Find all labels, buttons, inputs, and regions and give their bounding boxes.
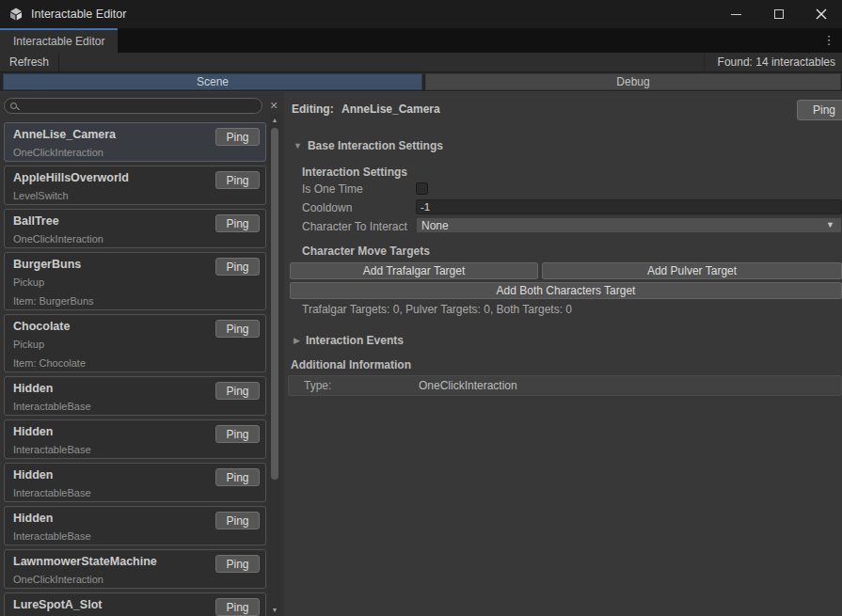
- item-type: InteractableBase: [13, 487, 209, 499]
- item-name: AppleHillsOverworld: [13, 171, 209, 185]
- list-item[interactable]: AnneLise_Camera OneClickInteraction Ping: [4, 122, 266, 162]
- targets-summary: Trafalgar Targets: 0, Pulver Targets: 0,…: [302, 303, 572, 316]
- type-value: OneClickInteraction: [419, 379, 517, 392]
- additional-information-header: Additional Information: [291, 358, 411, 371]
- item-type: InteractableBase: [13, 530, 209, 543]
- item-ping-button[interactable]: Ping: [215, 512, 260, 529]
- scroll-down-icon[interactable]: ▼: [268, 605, 281, 616]
- list-item[interactable]: AppleHillsOverworld LevelSwitch Ping: [4, 166, 266, 205]
- item-name: Chocolate: [13, 320, 209, 334]
- type-label: Type:: [304, 379, 331, 392]
- add-both-label: Add Both Characters Target: [497, 284, 636, 297]
- list-item[interactable]: Chocolate Pickup Item: Chocolate Ping: [4, 314, 266, 372]
- item-name: AnneLise_Camera: [13, 128, 209, 142]
- cooldown-label: Cooldown: [302, 201, 352, 214]
- doc-tab-label: Interactable Editor: [13, 35, 104, 48]
- foldout-interaction-events[interactable]: ▶ Interaction Events: [294, 334, 404, 347]
- search-field[interactable]: [4, 98, 262, 114]
- item-ping-button[interactable]: Ping: [215, 128, 260, 146]
- item-name: LawnmowerStateMachine: [13, 555, 209, 569]
- scroll-up-icon[interactable]: ▲: [268, 115, 281, 126]
- item-ping-button[interactable]: Ping: [215, 598, 260, 616]
- overflow-menu-icon[interactable]: ⋮: [821, 32, 836, 49]
- list-scrollbar[interactable]: ▲ ▼: [268, 115, 281, 616]
- item-ping-button[interactable]: Ping: [215, 171, 260, 189]
- foldout-base-interaction-settings[interactable]: ▼ Base Interaction Settings: [294, 139, 443, 152]
- item-type: OneClickInteraction: [13, 574, 209, 586]
- search-input[interactable]: [23, 101, 262, 112]
- list-item[interactable]: BurgerBuns Pickup Item: BurgerBuns Ping: [4, 252, 266, 310]
- list-item[interactable]: LawnmowerStateMachine OneClickInteractio…: [4, 549, 266, 589]
- add-both-characters-target-button[interactable]: Add Both Characters Target: [290, 282, 842, 299]
- chevron-down-icon: ▼: [826, 220, 834, 229]
- item-ping-button[interactable]: Ping: [215, 555, 260, 573]
- search-clear-button[interactable]: ✕: [266, 98, 281, 113]
- tab-interactable-editor[interactable]: Interactable Editor: [0, 28, 118, 53]
- list-item[interactable]: LureSpotA_Slot Ping: [4, 592, 266, 616]
- item-name: LureSpotA_Slot: [13, 598, 209, 612]
- add-pulver-label: Add Pulver Target: [647, 264, 737, 277]
- window-title: Interactable Editor: [31, 8, 126, 21]
- editing-value: AnneLise_Camera: [342, 103, 440, 116]
- scene-list-panel: ✕ AnneLise_Camera OneClickInteraction Pi…: [0, 92, 284, 616]
- cooldown-input[interactable]: [416, 199, 842, 214]
- refresh-label: Refresh: [9, 55, 49, 69]
- interactable-list: AnneLise_Camera OneClickInteraction Ping…: [4, 122, 266, 616]
- close-button[interactable]: [800, 0, 842, 28]
- item-type: LevelSwitch: [13, 190, 209, 202]
- tab-debug-label: Debug: [616, 75, 649, 88]
- editing-label: Editing:: [292, 103, 334, 116]
- item-ping-button[interactable]: Ping: [215, 468, 260, 486]
- dropdown-selected-value: None: [421, 219, 449, 232]
- tab-debug[interactable]: Debug: [425, 73, 841, 90]
- toolbar: Refresh Found: 14 interactables: [0, 53, 842, 72]
- foldout-open-icon: ▼: [294, 141, 302, 150]
- character-to-interact-dropdown[interactable]: None ▼: [416, 217, 842, 233]
- item-extra: Item: BurgerBuns: [13, 295, 209, 308]
- foldout-closed-icon: ▶: [294, 336, 300, 345]
- list-item[interactable]: Hidden InteractableBase Ping: [4, 376, 266, 416]
- refresh-button[interactable]: Refresh: [0, 53, 59, 71]
- item-name: BallTree: [13, 214, 209, 229]
- item-name: Hidden: [13, 512, 209, 526]
- foldout-base-label: Base Interaction Settings: [308, 139, 443, 152]
- is-one-time-label: Is One Time: [302, 182, 363, 196]
- found-count-label: Found: 14 interactables: [718, 53, 835, 71]
- item-ping-button[interactable]: Ping: [215, 425, 260, 443]
- search-icon: [10, 103, 17, 109]
- list-item[interactable]: Hidden InteractableBase Ping: [4, 419, 266, 459]
- editing-ping-button[interactable]: Ping: [797, 100, 842, 120]
- close-icon: [816, 8, 827, 20]
- add-pulver-target-button[interactable]: Add Pulver Target: [542, 262, 842, 279]
- scrollbar-thumb[interactable]: [271, 128, 278, 480]
- item-extra: Item: Chocolate: [13, 357, 209, 370]
- title-bar: Interactable Editor: [0, 0, 842, 28]
- add-trafalgar-target-button[interactable]: Add Trafalgar Target: [290, 262, 538, 279]
- item-ping-button[interactable]: Ping: [215, 214, 260, 232]
- item-type: InteractableBase: [13, 401, 209, 413]
- item-type: InteractableBase: [13, 444, 209, 456]
- tab-scene[interactable]: Scene: [3, 73, 422, 90]
- item-ping-button[interactable]: Ping: [215, 382, 260, 400]
- maximize-icon: [774, 9, 784, 19]
- editing-ping-label: Ping: [813, 103, 835, 117]
- foldout-events-label: Interaction Events: [306, 334, 404, 347]
- item-ping-button[interactable]: Ping: [215, 258, 260, 276]
- list-item[interactable]: Hidden InteractableBase Ping: [4, 506, 266, 545]
- minimize-button[interactable]: [715, 0, 757, 28]
- type-info-row: Type: OneClickInteraction: [288, 375, 842, 396]
- tab-scene-label: Scene: [197, 75, 229, 88]
- toolbar-divider: [704, 53, 705, 71]
- item-ping-button[interactable]: Ping: [215, 320, 260, 338]
- item-type: OneClickInteraction: [13, 147, 209, 159]
- mode-tab-bar: Scene Debug: [0, 72, 842, 91]
- item-name: Hidden: [13, 382, 209, 396]
- list-item[interactable]: Hidden InteractableBase Ping: [4, 463, 266, 502]
- doc-tab-row: Interactable Editor ⋮: [0, 28, 842, 53]
- is-one-time-checkbox[interactable]: [416, 182, 428, 195]
- item-type: Pickup: [13, 339, 209, 351]
- interaction-settings-header: Interaction Settings: [302, 166, 407, 179]
- item-name: Hidden: [13, 468, 209, 482]
- maximize-button[interactable]: [757, 0, 800, 28]
- list-item[interactable]: BallTree OneClickInteraction Ping: [4, 209, 266, 248]
